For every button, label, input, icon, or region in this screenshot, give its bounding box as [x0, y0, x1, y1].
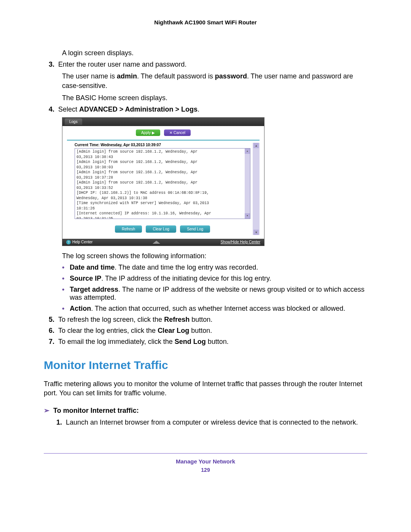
text: . The action that occurred, such as whet…	[91, 305, 345, 312]
monitor-step-1: 1. Launch an Internet browser from a com…	[51, 419, 367, 427]
cancel-button[interactable]: ✕ Cancel	[164, 129, 191, 136]
tab-bar: Logs	[62, 118, 264, 126]
bullet-target-address: • Target address. The name or IP address…	[62, 286, 367, 302]
step-number: 4.	[44, 105, 54, 113]
step-number: 7.	[44, 338, 54, 346]
log-info-intro: The log screen shows the following infor…	[62, 251, 367, 260]
bullet-source-ip: • Source IP. The IP address of the initi…	[62, 275, 367, 283]
step-4: 4. Select ADVANCED > Administration > Lo…	[44, 105, 367, 113]
text: button.	[190, 316, 212, 323]
step-5: 5. To refresh the log screen, click the …	[44, 316, 367, 324]
bold: Target address	[70, 286, 118, 293]
log-scroll-up-icon[interactable]: ▴	[245, 149, 250, 154]
expand-arrow-icon[interactable]	[153, 241, 160, 244]
log-line: [Time synchronized with NTP server] Wedn…	[76, 201, 249, 206]
text: button.	[189, 327, 212, 334]
step-number: 6.	[44, 327, 54, 335]
bullet-icon: •	[62, 286, 64, 302]
bold: Send Log	[175, 338, 206, 345]
log-line: 03,2013 10:31:25	[76, 216, 249, 219]
current-time-label: Current Time: Wednesday, Apr 03,2013 10:…	[75, 143, 250, 147]
section-heading: Monitor Internet Traffic	[44, 359, 367, 372]
text: Select	[58, 105, 79, 113]
step-text: Select ADVANCED > Administration > Logs.	[58, 105, 367, 113]
clear-log-button[interactable]: Clear Log	[146, 225, 176, 233]
log-line: Wednesday, Apr 03,2013 10:31:38	[76, 196, 249, 201]
procedure-heading: ➢To monitor Internet traffic:	[44, 406, 367, 415]
show-hide-help-link[interactable]: Show/Hide Help Center	[220, 240, 260, 244]
page-header: Nighthawk AC1900 Smart WiFi Router	[44, 19, 367, 26]
bold: Date and time	[70, 264, 115, 271]
footer-section-label: Manage Your Network	[44, 458, 367, 465]
outer-scroll-up-icon[interactable]: ▴	[253, 143, 259, 148]
login-note: A login screen displays.	[62, 48, 367, 58]
log-line: 10:31:26	[76, 206, 249, 211]
step-3-detail: The user name is admin. The default pass…	[62, 72, 367, 90]
bold: ADVANCED > Administration > Logs	[79, 105, 198, 113]
log-line: 03,2013 10:38:03	[76, 165, 249, 170]
step-number: 3.	[44, 61, 54, 69]
bullet-icon: •	[62, 305, 64, 313]
bullet-icon: •	[62, 264, 64, 272]
text: .	[198, 105, 199, 113]
help-center-link[interactable]: ?Help Center	[66, 240, 92, 244]
log-line: [Admin login] from source 192.168.1.2, W…	[76, 160, 249, 165]
log-line: [Admin login] from source 192.168.1.2, W…	[76, 149, 249, 155]
send-log-button[interactable]: Send Log	[180, 225, 210, 233]
step-number: 1.	[51, 419, 62, 427]
log-line: 03,2013 10:38:43	[76, 155, 249, 160]
log-textarea[interactable]: ▴ ▾ [Admin login] from source 192.168.1.…	[75, 148, 250, 219]
help-footer: ?Help Center Show/Hide Help Center	[62, 239, 264, 246]
log-line: 03,2013 10:33:52	[76, 185, 249, 191]
bullet-action: • Action. The action that occurred, such…	[62, 305, 367, 313]
log-line: [Internet connected] IP address: 10.1.10…	[76, 211, 249, 216]
proc-arrow-icon: ➢	[44, 407, 49, 414]
text: To clear the log entries, click the	[58, 327, 158, 334]
refresh-button[interactable]: Refresh	[115, 225, 142, 233]
bold: password	[215, 72, 247, 80]
log-scroll-down-icon[interactable]: ▾	[245, 213, 250, 219]
text: To refresh the log screen, click the	[58, 316, 164, 323]
step-number: 5.	[44, 316, 54, 324]
page-footer: Manage Your Network 129	[44, 453, 367, 473]
bold: Clear Log	[158, 327, 189, 334]
step-3: 3. Enter the router user name and passwo…	[44, 61, 367, 69]
log-line: [Admin login] from source 192.168.1.2, W…	[76, 180, 249, 185]
logs-tab[interactable]: Logs	[65, 118, 82, 125]
logs-screenshot: Logs Apply ▶ ✕ Cancel ▴ ▾ Current Time: …	[62, 117, 264, 246]
step-text: Launch an Internet browser from a comput…	[66, 419, 367, 427]
log-line: [Admin login] from source 192.168.1.2, W…	[76, 170, 249, 175]
apply-button[interactable]: Apply ▶	[136, 129, 160, 136]
bold: Refresh	[164, 316, 190, 323]
log-line: [DHCP IP: (192.168.1.2)] to MAC address …	[76, 190, 249, 196]
step-7: 7. To email the log immediately, click t…	[44, 338, 367, 346]
bold: admin	[117, 72, 137, 80]
step-text: Enter the router user name and password.	[58, 61, 367, 69]
text: . The date and time the log entry was re…	[115, 264, 258, 271]
help-center-label: Help Center	[72, 240, 92, 244]
log-line: 03,2013 10:37:28	[76, 175, 249, 181]
help-icon: ?	[66, 240, 71, 244]
bullet-date-time: • Date and time. The date and time the l…	[62, 264, 367, 272]
footer-page-number: 129	[44, 467, 367, 473]
text: button.	[206, 338, 229, 345]
text: The user name is	[62, 72, 117, 80]
text: . The default password is	[137, 72, 215, 80]
text: To email the log immediately, click the	[58, 338, 175, 345]
bold: Source IP	[70, 275, 101, 282]
bold: Action	[70, 305, 91, 312]
text: . The IP address of the initiating devic…	[101, 275, 271, 282]
section-intro: Traffic metering allows you to monitor t…	[44, 379, 367, 398]
basic-home-note: The BASIC Home screen displays.	[62, 93, 367, 102]
outer-scroll-down-icon[interactable]: ▾	[253, 230, 259, 235]
proc-title: To monitor Internet traffic:	[53, 407, 139, 414]
step-6: 6. To clear the log entries, click the C…	[44, 327, 367, 335]
bullet-icon: •	[62, 275, 64, 283]
